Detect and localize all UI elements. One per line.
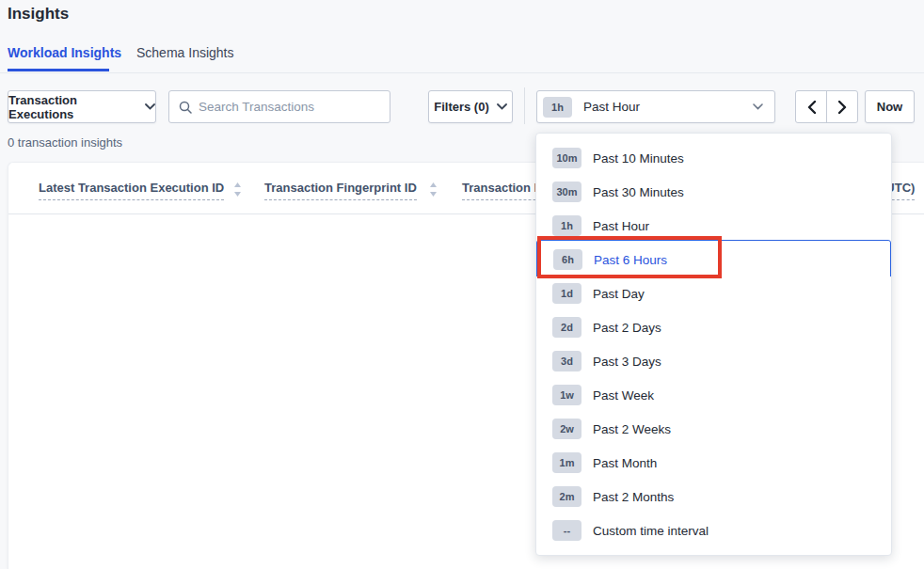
- time-range-arrows: [795, 90, 858, 123]
- time-option-label: Past Day: [593, 287, 645, 301]
- next-interval-button[interactable]: [827, 91, 857, 122]
- sort-icon[interactable]: [429, 182, 438, 197]
- time-option-past-2-days[interactable]: 2d Past 2 Days: [536, 310, 891, 344]
- insights-page: Insights Workload Insights Schema Insigh…: [0, 0, 924, 569]
- time-option-past-2-months[interactable]: 2m Past 2 Months: [536, 480, 891, 514]
- time-option-badge: --: [552, 520, 581, 541]
- time-option-label: Past 2 Weeks: [593, 422, 671, 436]
- search-box[interactable]: [168, 90, 390, 123]
- column-header-latest-transaction-execution-id[interactable]: Latest Transaction Execution ID: [39, 181, 224, 200]
- time-option-label: Past 3 Days: [593, 355, 661, 369]
- time-option-past-30-minutes[interactable]: 30m Past 30 Minutes: [536, 175, 891, 209]
- filters-label: Filters (0): [434, 100, 489, 114]
- time-option-past-2-weeks[interactable]: 2w Past 2 Weeks: [536, 412, 891, 446]
- chevron-down-icon: [753, 103, 763, 110]
- toolbar-divider: [524, 87, 525, 124]
- time-interval-select[interactable]: 1h Past Hour: [536, 90, 775, 123]
- time-option-label: Custom time interval: [593, 524, 709, 538]
- time-option-badge: 1m: [552, 452, 581, 473]
- time-option-label: Past Month: [593, 456, 657, 470]
- chevron-down-icon: [145, 103, 155, 110]
- time-option-past-month[interactable]: 1m Past Month: [536, 446, 891, 480]
- chevron-right-icon: [838, 101, 847, 114]
- time-option-label: Past Hour: [593, 219, 649, 233]
- active-tab-underline: [8, 69, 109, 71]
- tab-schema-insights[interactable]: Schema Insights: [136, 45, 234, 60]
- time-option-past-hour[interactable]: 1h Past Hour: [536, 209, 891, 243]
- time-option-badge: 2m: [552, 486, 581, 507]
- time-option-badge: 1h: [552, 215, 581, 236]
- time-option-label: Past 2 Months: [593, 490, 674, 504]
- now-label: Now: [877, 100, 902, 114]
- sort-icon[interactable]: [233, 182, 242, 197]
- time-option-badge: 2d: [552, 317, 581, 338]
- time-option-past-week[interactable]: 1w Past Week: [536, 378, 891, 412]
- chevron-left-icon: [807, 101, 816, 114]
- time-option-label: Past 2 Days: [593, 321, 661, 335]
- time-option-label: Past 6 Hours: [594, 253, 667, 267]
- time-option-label: Past 30 Minutes: [593, 185, 684, 199]
- time-option-badge: 1d: [552, 283, 581, 304]
- time-option-badge: 3d: [552, 351, 581, 371]
- tab-bar-divider: [0, 72, 924, 73]
- column-header-transaction-fingerprint-id[interactable]: Transaction Fingerprint ID: [264, 181, 417, 200]
- insights-count: 0 transaction insights: [8, 135, 122, 150]
- search-input[interactable]: [199, 100, 380, 114]
- time-option-custom-time-interval[interactable]: -- Custom time interval: [536, 514, 891, 547]
- previous-interval-button[interactable]: [796, 91, 827, 122]
- time-option-past-day[interactable]: 1d Past Day: [536, 277, 891, 310]
- time-option-past-6-hours[interactable]: 6h Past 6 Hours: [536, 240, 891, 279]
- tab-workload-insights[interactable]: Workload Insights: [8, 45, 121, 60]
- search-icon: [179, 101, 192, 114]
- time-interval-badge: 1h: [543, 97, 572, 118]
- time-option-badge: 10m: [552, 148, 581, 168]
- time-option-badge: 6h: [553, 249, 582, 270]
- chevron-down-icon: [497, 103, 507, 110]
- time-option-badge: 2w: [552, 419, 581, 439]
- filters-button[interactable]: Filters (0): [428, 90, 513, 123]
- page-title: Insights: [8, 5, 69, 24]
- time-option-label: Past Week: [593, 388, 654, 403]
- time-option-badge: 1w: [552, 385, 581, 405]
- transaction-type-select[interactable]: Transaction Executions: [8, 90, 156, 123]
- time-option-past-3-days[interactable]: 3d Past 3 Days: [536, 344, 891, 378]
- time-option-badge: 30m: [552, 182, 581, 202]
- time-interval-label: Past Hour: [583, 100, 640, 114]
- time-option-past-10-minutes[interactable]: 10m Past 10 Minutes: [536, 141, 891, 175]
- now-button[interactable]: Now: [865, 90, 915, 123]
- time-option-label: Past 10 Minutes: [593, 151, 684, 166]
- time-interval-dropdown: 10m Past 10 Minutes 30m Past 30 Minutes …: [535, 133, 892, 556]
- transaction-type-label: Transaction Executions: [8, 93, 137, 121]
